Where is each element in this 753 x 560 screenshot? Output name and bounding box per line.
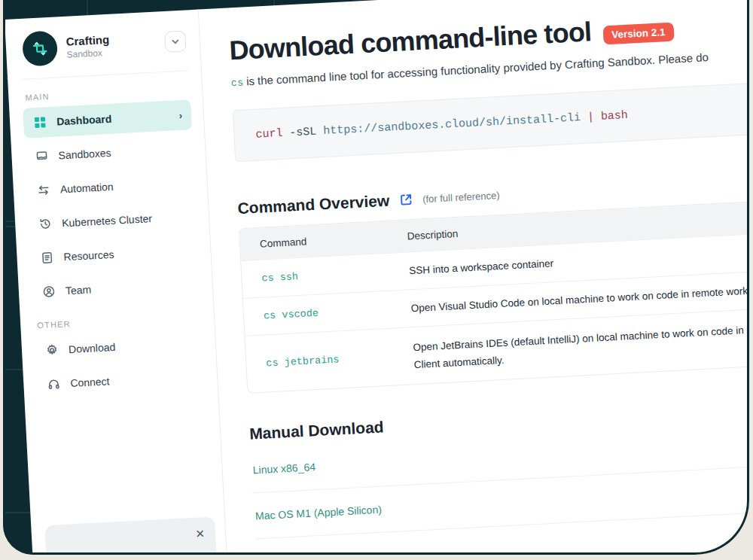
history-clock-icon [38,217,53,231]
command-link-vscode[interactable]: cs vscode [264,303,401,322]
sidebar-item-label: Download [69,341,116,355]
flex-spacer [120,116,169,118]
headphones-icon [46,377,62,391]
external-link-icon[interactable] [398,192,414,208]
nav-section-main: MAIN [25,84,190,102]
token-pipe-bash: | bash [581,109,629,124]
marketing-canvas: Crafting Sandbox MAIN Dashboard › [0,0,753,560]
dashboard-grid-icon [32,115,48,129]
chevron-right-icon: › [178,109,182,120]
download-link-linux-x86-64[interactable]: Linux x86_64 [252,461,316,476]
sidebar-item-download[interactable]: Download [35,327,204,367]
sidebar-item-label: Automation [59,181,114,196]
token-curl: curl [255,127,283,142]
dark-backdrop: Crafting Sandbox MAIN Dashboard › [3,0,749,555]
sidebar-item-automation[interactable]: Automation [26,167,196,206]
command-link-jetbrains[interactable]: cs jetbrains [266,351,404,370]
brand-text: Crafting Sandbox [66,30,157,59]
overview-hint: (for full reference) [422,189,500,204]
headset-icon [58,553,75,555]
token-flags: -sSL [282,125,324,140]
command-link-ssh[interactable]: cs ssh [261,266,399,285]
gear-icon [44,343,60,358]
sidebar-item-dashboard[interactable]: Dashboard › [23,99,192,138]
user-circle-icon [41,285,57,299]
sidebar-item-label: Sandboxes [58,147,111,162]
install-command-block[interactable]: curl -sSL https://sandboxes.cloud/sh/ins… [233,81,749,162]
workspace-header: Crafting Sandbox [19,22,189,80]
workspace-switcher-button[interactable] [164,30,186,52]
sidebar-item-label: Team [66,283,92,297]
app-window: Crafting Sandbox MAIN Dashboard › [5,0,749,555]
sidebar-item-label: Kubernetes Cluster [62,212,153,229]
sidebar: Crafting Sandbox MAIN Dashboard › [5,9,230,555]
crafting-logo [22,30,58,66]
command-overview-heading: Command Overview [237,192,390,218]
support-card[interactable]: Need support? ✕ [44,516,218,555]
crop-icon [30,39,49,58]
sidebar-item-kubernetes-cluster[interactable]: Kubernetes Cluster [28,201,197,240]
support-label: Need support? [83,549,188,555]
version-badge: Version 2.1 [603,22,674,44]
sidebar-item-sandboxes[interactable]: Sandboxes [25,133,194,172]
document-icon [39,251,55,265]
cs-code-token: cs [230,78,243,90]
sidebar-item-team[interactable]: Team [32,269,201,308]
close-icon[interactable]: ✕ [195,527,206,541]
download-link-mac-os-m1[interactable]: Mac OS M1 (Apple Silicon) [255,504,383,522]
chevron-down-icon [171,37,181,47]
sidebar-item-resources[interactable]: Resources [30,235,200,274]
sidebar-item-label: Connect [70,375,110,389]
token-url: https://sandboxes.cloud/sh/install-cli [323,111,581,138]
command-table: Command Description cs ssh SSH into a wo… [239,198,749,393]
sidebar-item-label: Resources [63,248,114,263]
sidebar-item-label: Dashboard [56,113,112,128]
swap-arrows-icon [35,183,51,197]
nav-section-other: OTHER [37,312,202,330]
laptop-icon [34,149,50,163]
main-content: Download command-line tool Version 2.1 c… [199,0,749,555]
sidebar-item-connect[interactable]: Connect [36,361,206,400]
